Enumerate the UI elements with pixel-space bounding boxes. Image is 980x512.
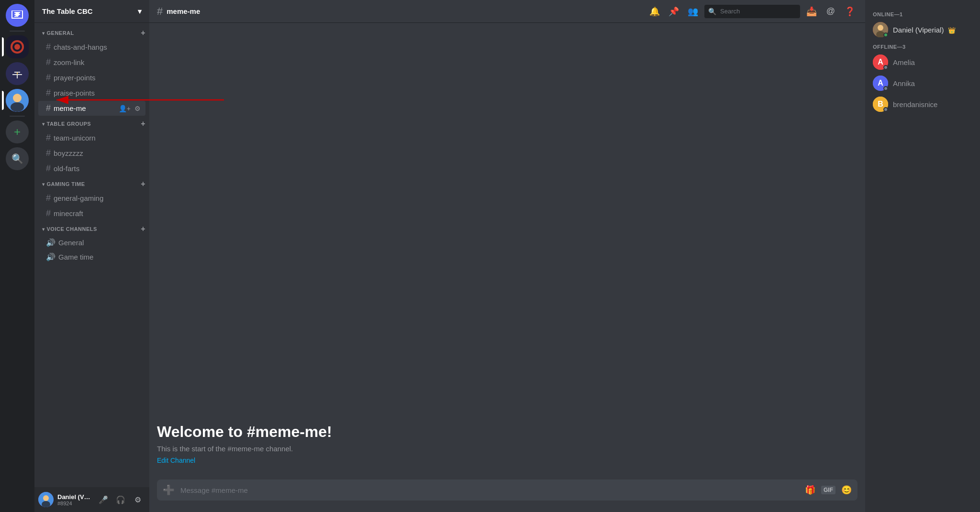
add-server-button[interactable]: +	[6, 120, 29, 143]
svg-point-0	[15, 12, 19, 16]
hash-icon: #	[46, 57, 51, 67]
channel-game-time[interactable]: 🔊 Game time	[38, 250, 145, 264]
channel-boyzzzzz[interactable]: # boyzzzzz	[38, 146, 145, 161]
mention-button[interactable]: @	[823, 4, 838, 19]
add-channel-icon[interactable]: +	[141, 180, 145, 188]
member-name-annika: Annika	[893, 79, 915, 87]
user-name: Daniel (Vip...	[57, 493, 92, 501]
members-button[interactable]: 👥	[685, 4, 701, 19]
voice-icon: 🔊	[46, 238, 56, 247]
svg-text:B: B	[878, 100, 883, 108]
inbox-button[interactable]: 📥	[804, 4, 819, 19]
headphones-button[interactable]: 🎧	[113, 492, 128, 507]
channel-settings-icon[interactable]: ⚙	[134, 104, 142, 113]
search-bar[interactable]: 🔍	[704, 5, 800, 18]
gif-button[interactable]: GIF	[821, 486, 835, 494]
server2-icon[interactable]: T	[6, 62, 29, 85]
channel-old-farts[interactable]: # old-farts	[38, 161, 145, 176]
category-general-header[interactable]: ▾ GENERAL +	[34, 27, 149, 39]
user-info: Daniel (Vip... #8924	[57, 493, 92, 506]
server-home-wrapper	[6, 4, 29, 27]
channel-label: minecraft	[54, 209, 83, 218]
member-annika[interactable]: A Annika	[869, 73, 976, 94]
channel-header-name: meme-me	[167, 7, 200, 15]
status-dot-offline	[883, 107, 888, 112]
pin-button[interactable]: 📌	[666, 4, 681, 19]
category-voice-channels: ▾ VOICE CHANNELS + 🔊 General 🔊 Game time	[34, 223, 149, 264]
hash-icon: #	[46, 88, 51, 98]
hash-icon: #	[46, 103, 51, 113]
category-general: ▾ GENERAL + # chats-and-hangs # zoom-lin…	[34, 27, 149, 116]
messages-area[interactable]: Welcome to #meme-me! This is the start o…	[149, 23, 865, 479]
member-daniel[interactable]: Daniel (Viperial) 👑	[869, 19, 976, 40]
svg-point-4	[14, 44, 20, 50]
channel-team-unicorn[interactable]: # team-unicorn	[38, 131, 145, 145]
channel-label: chats-and-hangs	[54, 43, 107, 51]
category-gaming-time-header[interactable]: ▾ GAMING TIME +	[34, 178, 149, 190]
user-avatar[interactable]	[38, 492, 54, 507]
category-voice-channels-label: VOICE CHANNELS	[47, 226, 97, 232]
welcome-title: Welcome to #meme-me!	[157, 423, 858, 441]
status-dot-offline	[883, 86, 888, 91]
category-gaming-time: ▾ GAMING TIME + # general-gaming # minec…	[34, 178, 149, 221]
active-indicator-2	[2, 91, 4, 110]
channel-prayer-points[interactable]: # prayer-points	[38, 70, 145, 85]
add-channel-icon[interactable]: +	[141, 225, 145, 233]
category-voice-channels-header[interactable]: ▾ VOICE CHANNELS +	[34, 223, 149, 235]
hash-icon: #	[46, 148, 51, 158]
server-name: The Table CBC	[42, 7, 93, 15]
channel-label: Game time	[58, 253, 93, 261]
attach-button[interactable]: ➕	[163, 484, 175, 496]
user-settings-button[interactable]: ⚙	[130, 492, 145, 507]
add-channel-icon[interactable]: +	[141, 29, 145, 37]
member-name-amelia: Amelia	[893, 58, 915, 66]
channel-zoom-link[interactable]: # zoom-link	[38, 55, 145, 70]
message-input[interactable]	[180, 481, 799, 500]
channel-sidebar: The Table CBC ▾ ▾ GENERAL + # chats-and-…	[34, 0, 149, 512]
chevron-icon: ▾	[42, 31, 45, 36]
explore-button[interactable]: 🔍	[6, 147, 29, 170]
message-input-box: ➕ 🎁 GIF 😊	[157, 479, 858, 501]
channel-chats-and-hangs[interactable]: # chats-and-hangs	[38, 40, 145, 54]
channel-minecraft[interactable]: # minecraft	[38, 206, 145, 221]
add-channel-icon[interactable]: +	[141, 120, 145, 128]
channel-praise-points[interactable]: # praise-points	[38, 86, 145, 100]
help-button[interactable]: ❓	[842, 4, 858, 19]
channel-label: old-farts	[54, 164, 79, 173]
member-amelia[interactable]: A Amelia	[869, 52, 976, 73]
discord-home-button[interactable]	[6, 4, 29, 27]
welcome-section: Welcome to #meme-me! This is the start o…	[157, 415, 858, 472]
user-direct-messages-icon[interactable]	[6, 89, 29, 112]
edit-channel-link[interactable]: Edit Channel	[157, 457, 858, 464]
microphone-button[interactable]: 🎤	[96, 492, 111, 507]
search-icon: 🔍	[708, 8, 716, 15]
message-input-actions: 🎁 GIF 😊	[805, 485, 852, 495]
status-dot-online	[883, 33, 888, 37]
gift-button[interactable]: 🎁	[805, 485, 815, 495]
user-server-icon-wrapper	[6, 89, 29, 112]
svg-point-17	[878, 25, 883, 31]
category-table-groups-label: TABLE GROUPS	[47, 121, 91, 127]
bell-button[interactable]: 🔔	[647, 4, 662, 19]
user-panel: Daniel (Vip... #8924 🎤 🎧 ⚙	[34, 487, 149, 512]
server2-wrapper: T	[6, 62, 29, 85]
member-avatar-amelia: A	[873, 54, 888, 70]
emoji-button[interactable]: 😊	[841, 485, 852, 495]
channel-label: praise-points	[54, 89, 95, 97]
channel-meme-me[interactable]: # meme-me 👤+ ⚙	[38, 101, 145, 116]
category-general-label: GENERAL	[47, 30, 74, 36]
member-brendanisnice[interactable]: B brendanisnice	[869, 94, 976, 115]
search-input[interactable]	[720, 8, 801, 15]
category-table-groups-header[interactable]: ▾ TABLE GROUPS +	[34, 118, 149, 130]
channel-label: team-unicorn	[54, 134, 96, 142]
welcome-subtitle: This is the start of the #meme-me channe…	[157, 445, 858, 453]
the-table-cbc-server-icon[interactable]	[6, 35, 29, 58]
server-divider-1	[10, 31, 25, 32]
channel-header-hash: #	[157, 5, 163, 18]
channel-general-gaming[interactable]: # general-gaming	[38, 191, 145, 206]
add-member-icon[interactable]: 👤+	[118, 104, 132, 113]
channel-general-voice[interactable]: 🔊 General	[38, 236, 145, 250]
svg-point-14	[43, 495, 49, 501]
member-name-brendan: brendanisnice	[893, 100, 937, 109]
server-header[interactable]: The Table CBC ▾	[34, 0, 149, 23]
